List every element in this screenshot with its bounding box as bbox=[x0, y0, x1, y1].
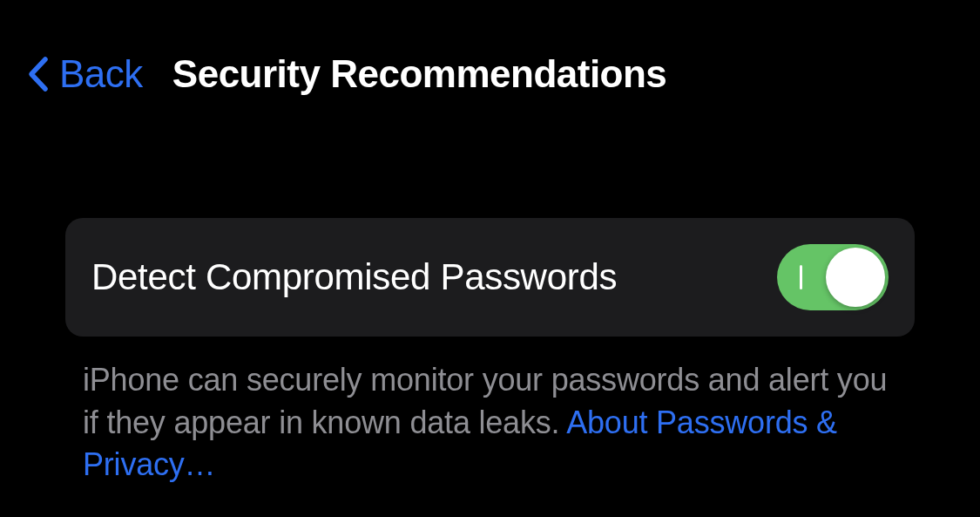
back-label: Back bbox=[59, 52, 143, 96]
navigation-header: Back Security Recommendations bbox=[0, 0, 980, 96]
detect-compromised-toggle[interactable] bbox=[777, 244, 889, 310]
back-button[interactable]: Back bbox=[26, 52, 143, 96]
detect-compromised-row: Detect Compromised Passwords bbox=[65, 218, 915, 337]
page-title: Security Recommendations bbox=[172, 52, 667, 96]
content-area: Detect Compromised Passwords iPhone can … bbox=[0, 96, 980, 486]
chevron-left-icon bbox=[26, 56, 49, 92]
toggle-on-indicator bbox=[800, 265, 802, 289]
toggle-knob bbox=[826, 248, 885, 307]
footer-description: iPhone can securely monitor your passwor… bbox=[65, 337, 915, 486]
detect-compromised-label: Detect Compromised Passwords bbox=[91, 256, 617, 298]
